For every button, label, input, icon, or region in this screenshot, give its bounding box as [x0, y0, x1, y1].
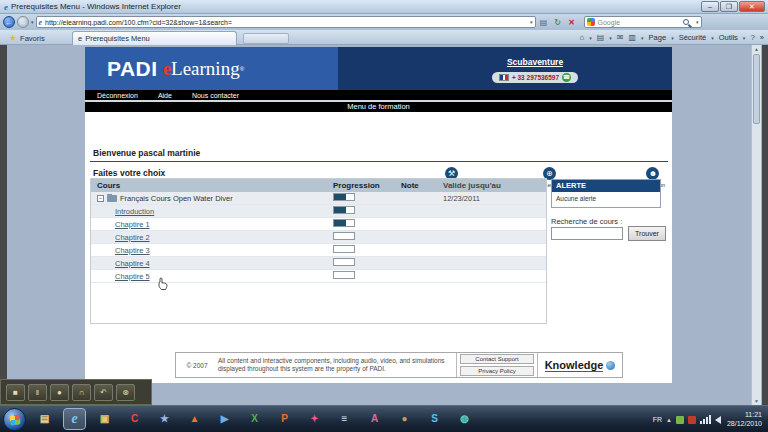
media-player-icon[interactable]: ▶	[214, 409, 235, 429]
history-dropdown-icon[interactable]: ▾	[31, 19, 34, 25]
progress-bar	[333, 193, 355, 201]
course-search-input[interactable]	[551, 227, 623, 240]
nav-logout[interactable]: Déconnexion	[97, 92, 138, 99]
alert-title: ALERTE	[552, 180, 660, 192]
home-dropdown-icon[interactable]: ▾	[589, 35, 592, 41]
start-button[interactable]	[3, 408, 26, 431]
tab-prerequisites-menu[interactable]: e Prerequisites Menu	[72, 31, 237, 45]
tabs-bar: ★ Favoris e Prerequisites Menu ⌂ ▾ ▤ ▾ ✉…	[0, 30, 768, 45]
knowledge-logo: Knowledge	[538, 353, 622, 377]
stop-button[interactable]: ✕	[566, 18, 578, 27]
clock[interactable]: 11:21 28/12/2010	[727, 411, 762, 429]
header-note: Note	[401, 181, 443, 190]
feeds-icon[interactable]: ▤	[597, 33, 605, 42]
collapse-icon[interactable]: −	[97, 195, 104, 202]
progress-bar	[333, 258, 355, 266]
security-menu[interactable]: Sécurité	[679, 33, 707, 42]
network-icon[interactable]	[700, 415, 711, 424]
progress-bar	[333, 271, 355, 279]
recorder-audio-button[interactable]: ∩	[72, 384, 91, 401]
course-link[interactable]: Chaptire 1	[115, 220, 150, 229]
alert-message: Aucune alerte	[552, 192, 660, 207]
clock-date: 28/12/2010	[727, 420, 762, 429]
new-tab-button[interactable]	[243, 33, 289, 44]
logo-e-text: e	[163, 58, 171, 80]
tray-expand-icon[interactable]: ▲	[666, 417, 672, 423]
course-link[interactable]: Chaptire 2	[115, 233, 150, 242]
favorites-button[interactable]: ★ Favoris	[5, 32, 49, 44]
mail-icon[interactable]: ✉	[617, 33, 624, 42]
nav-help[interactable]: Aide	[158, 92, 172, 99]
overflow-chevron-icon[interactable]: »	[760, 33, 764, 42]
find-button[interactable]: Trouver	[628, 226, 666, 241]
language-indicator[interactable]: FR	[653, 416, 662, 423]
help-icon[interactable]: ?	[750, 33, 754, 42]
windows-explorer-icon[interactable]: ▤	[34, 409, 55, 429]
photo-app-icon[interactable]: ✦	[304, 409, 325, 429]
print-dropdown-icon[interactable]: ▾	[641, 35, 644, 41]
home-icon[interactable]: ⌂	[579, 33, 584, 42]
tray-icon-2[interactable]	[688, 416, 696, 424]
close-button[interactable]: ✕	[739, 1, 765, 12]
mail-app-icon[interactable]: ▣	[94, 409, 115, 429]
search-icon[interactable]	[683, 19, 689, 25]
course-link[interactable]: Introduction	[115, 207, 154, 216]
page-menu[interactable]: Page	[649, 33, 667, 42]
scroll-down-icon[interactable]: ▼	[752, 398, 761, 404]
recorder-rewind-button[interactable]: ↶	[94, 384, 113, 401]
recorder-record-button[interactable]: ●	[50, 384, 69, 401]
table-row: Chaptire 1	[91, 218, 546, 231]
table-row: Introduction	[91, 205, 546, 218]
url-dropdown-icon[interactable]: ▾	[530, 19, 533, 25]
recorder-stop-button[interactable]: ■	[6, 384, 25, 401]
course-link[interactable]: Chaptire 4	[115, 259, 150, 268]
privacy-policy-link[interactable]: Privacy Policy	[460, 366, 534, 376]
table-row: Chaptire 4	[91, 257, 546, 270]
back-button[interactable]: ←	[3, 16, 15, 28]
url-field[interactable]: e http://elearning.padi.com/100.cfm?cid=…	[36, 16, 536, 28]
print-icon[interactable]: ▥	[629, 33, 637, 42]
search-box[interactable]: Google ▾	[584, 16, 702, 28]
dive-shop-link[interactable]: Scubaventure	[507, 57, 563, 67]
scroll-up-icon[interactable]: ▲	[752, 46, 761, 52]
recorder-close-button[interactable]: ⊗	[116, 384, 135, 401]
minimize-button[interactable]: –	[701, 1, 719, 12]
search-input[interactable]: Google	[598, 19, 680, 26]
compatibility-view-icon[interactable]: ▤	[538, 18, 550, 27]
course-title: Français Cours Open Water Diver	[120, 194, 233, 203]
internet-explorer-icon[interactable]: e	[64, 409, 85, 429]
forward-button[interactable]: →	[17, 16, 29, 28]
search-dropdown-icon[interactable]: ▾	[696, 19, 699, 25]
table-row: Chaptire 2	[91, 231, 546, 244]
vlc-icon[interactable]: ▲	[184, 409, 205, 429]
refresh-button[interactable]: ↻	[552, 18, 564, 27]
url-text[interactable]: http://elearning.padi.com/100.cfm?cid=32…	[45, 19, 527, 26]
tools-menu[interactable]: Outils	[719, 33, 738, 42]
skype-icon[interactable]: S	[424, 409, 445, 429]
nav-contact[interactable]: Nous contacter	[192, 92, 239, 99]
ccleaner-icon[interactable]: C	[124, 409, 145, 429]
scrollbar-thumb[interactable]	[753, 54, 760, 124]
feeds-dropdown-icon[interactable]: ▾	[609, 35, 612, 41]
recorder-pause-button[interactable]: ‖	[28, 384, 47, 401]
contact-support-link[interactable]: Contact Support	[460, 354, 534, 364]
maximize-button[interactable]: ❐	[720, 1, 738, 12]
powerpoint-icon[interactable]: P	[274, 409, 295, 429]
logo-padi-text: PADI	[107, 57, 158, 81]
vertical-scrollbar[interactable]: ▲ ▼	[751, 45, 761, 405]
excel-icon[interactable]: X	[244, 409, 265, 429]
access-icon[interactable]: A	[364, 409, 385, 429]
network-app-icon[interactable]: ◍	[454, 409, 475, 429]
movie-app-icon[interactable]: ★	[154, 409, 175, 429]
volume-icon[interactable]	[715, 416, 721, 424]
course-search-label: Recherche de cours :	[551, 217, 622, 226]
table-row: Chaptire 3	[91, 244, 546, 257]
utility-app-icon[interactable]: ●	[394, 409, 415, 429]
tab-favicon: e	[78, 34, 82, 43]
course-link[interactable]: Chaptire 3	[115, 246, 150, 255]
tray-icon-1[interactable]	[676, 416, 684, 424]
address-bar: ← → ▾ e http://elearning.padi.com/100.cf…	[0, 14, 768, 30]
course-link[interactable]: Chaptire 5	[115, 272, 150, 281]
wordpad-icon[interactable]: ≡	[334, 409, 355, 429]
menu-title-bar: Menu de formation	[85, 102, 672, 112]
